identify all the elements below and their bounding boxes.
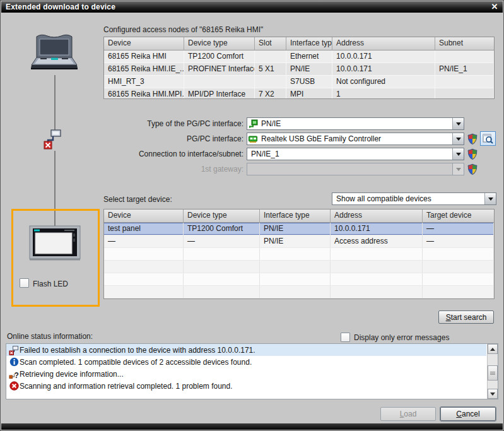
load-button[interactable]: Load: [380, 407, 436, 421]
pn-ie-icon: [247, 119, 259, 128]
status-message-text: Scanning and information retrieval compl…: [20, 382, 233, 391]
network-card-icon: [247, 135, 259, 143]
status-message-text: Scan completed. 1 compatible devices of …: [20, 358, 252, 367]
table-cell: [184, 248, 260, 260]
access-nodes-label: Configured access nodes of "68165 Reika …: [103, 25, 263, 34]
column-header[interactable]: Target device: [423, 210, 494, 222]
table-cell: [423, 273, 494, 285]
table-cell: [104, 248, 184, 260]
table-cell: PN/IE: [260, 235, 331, 247]
column-header[interactable]: Address: [332, 37, 435, 50]
table-cell: [184, 261, 260, 273]
pgpc-type-dropdown[interactable]: PN/IE: [247, 117, 464, 130]
table-cell: HMI_RT_3: [104, 76, 184, 88]
column-header[interactable]: Device type: [184, 37, 255, 50]
scroll-thumb[interactable]: [488, 365, 498, 381]
table-cell: 10.0.0.171: [332, 63, 435, 75]
table-cell: [255, 50, 286, 62]
access-nodes-table-body: 68165 Reika HMITP1200 ComfortEthernet10.…: [104, 50, 494, 98]
table-cell: 68165 Reika HMI: [104, 50, 184, 62]
pgpc-interface-dropdown[interactable]: Realtek USB GbE Family Controller: [247, 133, 464, 145]
table-cell: 7 X2: [255, 88, 286, 98]
column-header[interactable]: Interface type: [286, 37, 332, 50]
table-cell: [331, 273, 423, 285]
column-header[interactable]: Interface type: [260, 210, 331, 222]
target-device-table-body: test panelTP1200 ComfortPN/IE10.0.0.171—…: [104, 223, 494, 298]
chevron-down-icon[interactable]: [484, 193, 496, 204]
scroll-up-icon[interactable]: [488, 344, 498, 354]
start-search-button[interactable]: Start search: [438, 310, 494, 324]
status-message-row[interactable]: Scan completed. 1 compatible devices of …: [6, 356, 486, 368]
status-message-row[interactable]: Failed to establish a connection to the …: [6, 344, 486, 356]
table-cell: PN/IE: [260, 223, 331, 235]
chevron-down-icon[interactable]: [452, 148, 464, 160]
table-cell: Ethernet: [286, 50, 332, 62]
table-row[interactable]: [104, 273, 494, 286]
table-cell: 68165 Reika HMI.MPI...: [104, 88, 184, 98]
chevron-down-icon[interactable]: [452, 133, 464, 145]
flash-led-checkbox[interactable]: [20, 278, 29, 288]
table-cell: [423, 248, 494, 260]
table-cell: —: [423, 235, 494, 247]
status-message-text: Retrieving device information...: [20, 370, 124, 379]
uac-shield-icon: [467, 133, 478, 145]
column-header[interactable]: Device: [104, 37, 184, 50]
column-header[interactable]: Address: [331, 210, 423, 222]
table-cell: S7USB: [286, 76, 332, 88]
column-header[interactable]: Device: [104, 210, 184, 222]
table-cell: MPI: [286, 88, 332, 98]
table-cell: TP1200 Comfort: [184, 50, 255, 62]
table-cell: [435, 88, 494, 98]
column-header[interactable]: Device type: [184, 210, 260, 222]
table-cell: 5 X1: [255, 63, 286, 75]
table-row[interactable]: test panelTP1200 ComfortPN/IE10.0.0.171—: [104, 223, 494, 235]
scroll-down-icon[interactable]: [488, 389, 498, 399]
status-messages: Failed to establish a connection to the …: [6, 344, 498, 392]
table-cell: 10.0.0.171: [332, 50, 435, 62]
column-header[interactable]: Slot: [255, 37, 286, 50]
display-errors-checkbox[interactable]: [341, 333, 350, 342]
table-cell: PN/IE: [286, 63, 332, 75]
cancel-button[interactable]: Cancel: [440, 407, 496, 421]
table-row[interactable]: [104, 261, 494, 273]
table-cell: [435, 50, 494, 62]
status-message-row[interactable]: ?Retrieving device information...: [6, 368, 486, 380]
online-status-label: Online status information:: [7, 332, 93, 341]
table-cell: [260, 286, 331, 298]
table-cell: [104, 261, 184, 273]
table-cell: [331, 261, 423, 273]
table-row[interactable]: 68165 Reika HMI.MPI...MPI/DP Interface7 …: [104, 88, 494, 98]
pgpc-type-label: Type of the PG/PC interface:: [98, 119, 243, 128]
title-bar: Extended download to device ✕: [1, 1, 503, 13]
status-message-row[interactable]: Scanning and information retrieval compl…: [6, 380, 486, 392]
status-message-list: Failed to establish a connection to the …: [6, 343, 498, 399]
chevron-down-icon: [452, 163, 464, 175]
table-row[interactable]: ——PN/IEAccess address—: [104, 235, 494, 248]
table-row[interactable]: [104, 286, 494, 298]
accessible-devices-search-button[interactable]: [480, 131, 496, 146]
table-cell: [255, 76, 286, 88]
table-cell: test panel: [104, 223, 184, 235]
table-cell: [260, 273, 331, 285]
device-filter-dropdown[interactable]: Show all compatible devices: [332, 192, 496, 205]
uac-shield-icon: [467, 148, 478, 160]
access-nodes-table-header: DeviceDevice typeSlotInterface typeAddre…: [104, 37, 494, 50]
table-cell: [184, 76, 255, 88]
pgpc-interface-label: PG/PC interface:: [98, 134, 243, 143]
table-row[interactable]: [104, 248, 494, 261]
table-row[interactable]: 68165 Reika HMI.IE_...PROFINET Interface…: [104, 63, 494, 76]
display-errors-label: Display only error messages: [354, 333, 449, 342]
accessible-devices-search-icon: [483, 134, 493, 144]
table-row[interactable]: 68165 Reika HMITP1200 ComfortEthernet10.…: [104, 50, 494, 63]
status-message-text: Failed to establish a connection to the …: [20, 346, 255, 355]
close-icon[interactable]: ✕: [489, 1, 500, 13]
uac-shield-icon: [467, 163, 478, 175]
first-gateway-label: 1st gateway:: [98, 165, 243, 174]
table-row[interactable]: HMI_RT_3S7USBNot configured: [104, 76, 494, 88]
table-cell: [435, 76, 494, 88]
column-header[interactable]: Subnet: [435, 37, 494, 50]
table-cell: [184, 273, 260, 285]
connection-subnet-dropdown[interactable]: PN/IE_1: [247, 148, 464, 160]
chevron-down-icon[interactable]: [452, 118, 464, 129]
status-scrollbar[interactable]: [487, 344, 498, 399]
